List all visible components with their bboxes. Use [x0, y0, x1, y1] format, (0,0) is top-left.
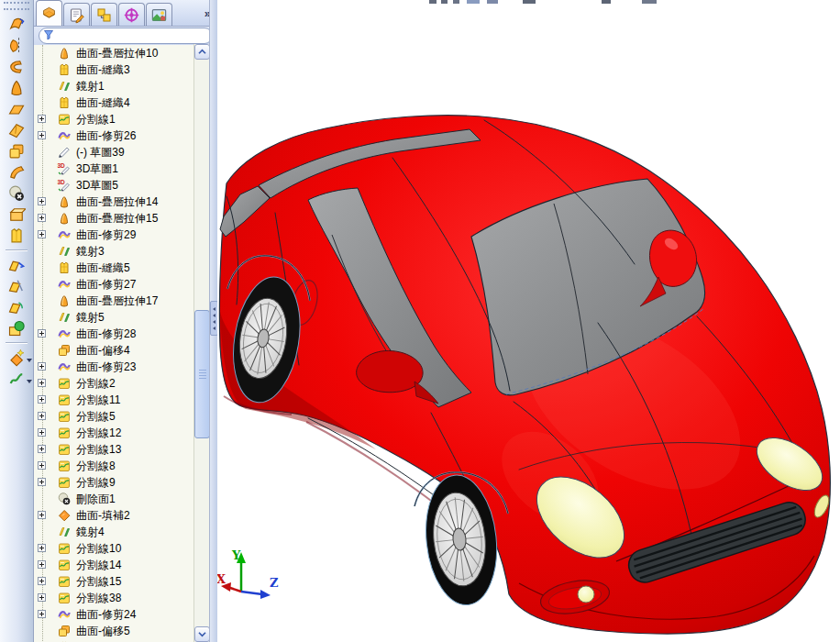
fillet-surface-button[interactable]: [3, 317, 30, 338]
tree-scrollbar[interactable]: [193, 44, 209, 642]
tree-row[interactable]: 曲面-縫織3: [34, 61, 193, 78]
untrim-surface-button[interactable]: [3, 296, 30, 317]
expand-toggle[interactable]: [38, 379, 46, 387]
knit-surface-button[interactable]: [3, 225, 30, 246]
extend-surface-button[interactable]: [3, 254, 30, 275]
expand-toggle[interactable]: [38, 560, 46, 569]
expand-toggle[interactable]: [38, 544, 46, 552]
extruded-surface-button[interactable]: [3, 14, 30, 35]
tree-row[interactable]: 曲面-疊層拉伸14: [34, 194, 193, 210]
dimxpertmanager-tab[interactable]: [118, 3, 145, 26]
expand-toggle[interactable]: [38, 610, 46, 618]
replace-face-button[interactable]: [3, 204, 30, 225]
propertymanager-tab[interactable]: [63, 3, 90, 26]
tree-row[interactable]: 3D 3D草圖1: [34, 160, 193, 177]
tree-item-label: 分割線14: [76, 557, 121, 573]
expand-toggle[interactable]: [38, 197, 46, 205]
filled-surface-button[interactable]: [3, 347, 30, 368]
tree-row[interactable]: 分割線8: [34, 458, 193, 474]
toolbar-grip[interactable]: [4, 2, 29, 10]
panel-splitter[interactable]: [209, 0, 217, 642]
delete-face-icon: [57, 492, 72, 506]
displaymanager-tab[interactable]: [146, 3, 172, 26]
swept-surface-button[interactable]: [3, 56, 30, 77]
expand-toggle[interactable]: [38, 461, 46, 470]
expand-toggle[interactable]: [38, 395, 46, 404]
tree-row[interactable]: 曲面-填補2: [34, 507, 193, 524]
tree-row[interactable]: 分割線14: [34, 557, 193, 573]
tree-row[interactable]: 分割線9: [34, 474, 193, 491]
expand-toggle[interactable]: [38, 230, 46, 238]
tree-row[interactable]: 分割線11: [34, 392, 193, 408]
tree-row[interactable]: 鏡射4: [34, 524, 193, 540]
tree-row[interactable]: 分割線38: [34, 590, 193, 606]
car-model[interactable]: X Y Z: [217, 0, 840, 642]
featuremanager-tab[interactable]: [36, 0, 62, 26]
expand-toggle[interactable]: [38, 577, 46, 585]
scrollbar-thumb[interactable]: [194, 310, 210, 438]
boundary-surface-button[interactable]: [3, 119, 30, 140]
delete-face-button[interactable]: [3, 183, 30, 204]
tree-item-label: 曲面-修剪28: [76, 326, 136, 342]
tree-row[interactable]: 曲面-縫織5: [34, 260, 193, 276]
tree-row[interactable]: 曲面-修剪23: [34, 359, 193, 375]
revolved-surface-button[interactable]: [3, 35, 30, 56]
expand-toggle[interactable]: [38, 593, 46, 602]
tree-row[interactable]: 鏡射3: [34, 243, 193, 260]
expand-toggle[interactable]: [38, 329, 46, 338]
scroll-up-button[interactable]: [194, 44, 210, 60]
radiate-surface-button[interactable]: [3, 161, 30, 183]
tree-row[interactable]: (-) 草圖39: [34, 144, 193, 160]
tree-row[interactable]: 曲面-修剪27: [34, 276, 193, 293]
tree-row[interactable]: 曲面-修剪28: [34, 326, 193, 342]
expand-toggle[interactable]: [38, 362, 46, 371]
planar-surface-button[interactable]: [3, 98, 30, 119]
tree-row[interactable]: 鏡射5: [34, 309, 193, 326]
expand-toggle[interactable]: [38, 131, 46, 139]
expand-toggle[interactable]: [38, 214, 46, 222]
split-line-icon: [57, 574, 72, 589]
tree-row[interactable]: 分割線5: [34, 408, 193, 425]
surface-loft-icon: [57, 194, 72, 209]
dropdown-arrow-icon[interactable]: [27, 380, 32, 383]
tree-row[interactable]: 曲面-疊層拉伸10: [34, 45, 193, 61]
expand-toggle[interactable]: [38, 478, 46, 486]
dropdown-arrow-icon[interactable]: [27, 359, 32, 362]
tree-row[interactable]: 曲面-疊層拉伸17: [34, 293, 193, 309]
tree-item-label: 分割線5: [76, 408, 116, 425]
tree-row[interactable]: 曲面-修剪29: [34, 227, 193, 243]
tree-item-label: 3D草圖5: [76, 177, 118, 194]
trim-surface-button[interactable]: [3, 275, 30, 296]
tree-row[interactable]: 分割線15: [34, 573, 193, 590]
offset-surface-button[interactable]: [3, 140, 30, 161]
scroll-down-button[interactable]: [194, 626, 210, 642]
tree-item-label: 刪除面1: [76, 491, 116, 507]
feature-manager-panel: » 曲面-疊層拉伸10 曲面-縫織3 鏡射1 曲面-縫織4 分割線1 曲面-修剪…: [34, 0, 217, 642]
tree-row[interactable]: 鏡射1: [34, 78, 193, 94]
freeform-button[interactable]: [3, 368, 30, 389]
tree-row[interactable]: 分割線13: [34, 441, 193, 458]
expand-toggle[interactable]: [38, 445, 46, 453]
tree-row[interactable]: 分割線1: [34, 111, 193, 127]
tree-row[interactable]: 分割線2: [34, 375, 193, 392]
surface-trim-icon: [57, 277, 72, 292]
filter-input[interactable]: [39, 28, 213, 44]
configurationmanager-tab[interactable]: [91, 3, 117, 26]
expand-toggle[interactable]: [38, 428, 46, 437]
tree-row[interactable]: 3D 3D草圖5: [34, 177, 193, 194]
expand-toggle[interactable]: [38, 412, 46, 420]
tree-row[interactable]: 分割線10: [34, 540, 193, 557]
graphics-viewport[interactable]: X Y Z: [217, 0, 840, 642]
lofted-surface-button[interactable]: [3, 77, 30, 98]
tree-row[interactable]: 曲面-偏移5: [34, 623, 193, 639]
filter-funnel-icon[interactable]: [43, 28, 54, 44]
tree-row[interactable]: 曲面-疊層拉伸15: [34, 210, 193, 227]
expand-toggle[interactable]: [38, 115, 46, 123]
tree-row[interactable]: 刪除面1: [34, 491, 193, 507]
tree-row[interactable]: 曲面-修剪24: [34, 606, 193, 623]
tree-row[interactable]: 分割線12: [34, 425, 193, 441]
tree-row[interactable]: 曲面-偏移4: [34, 342, 193, 359]
expand-toggle[interactable]: [38, 511, 46, 519]
tree-row[interactable]: 曲面-縫織4: [34, 94, 193, 111]
tree-row[interactable]: 曲面-修剪26: [34, 127, 193, 144]
